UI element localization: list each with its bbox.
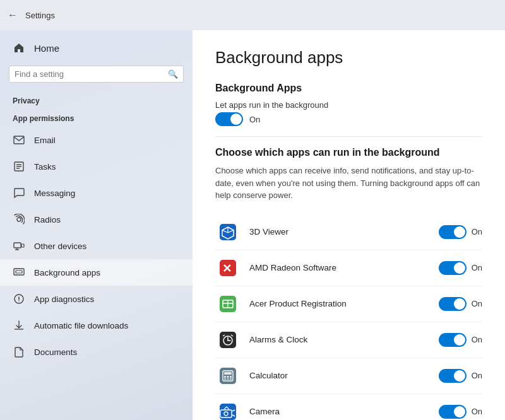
radios-icon: [13, 213, 25, 226]
sidebar-label-other-devices: Other devices: [34, 242, 86, 251]
svg-rect-0: [14, 136, 24, 144]
sidebar-item-other-devices[interactable]: Other devices: [0, 233, 193, 259]
sidebar-item-automatic-file-downloads[interactable]: Automatic file downloads: [0, 312, 193, 339]
app-toggle-label-acer: On: [472, 299, 482, 308]
app-icon-acer: [215, 291, 241, 317]
sidebar-item-app-diagnostics[interactable]: App diagnostics: [0, 286, 193, 312]
main-toggle-label: On: [249, 115, 260, 124]
divider-1: [215, 136, 482, 137]
svg-rect-36: [224, 376, 226, 378]
app-toggle-acer[interactable]: [439, 297, 466, 311]
sidebar: Home 🔍 Privacy App permissions Email Tas…: [0, 30, 193, 420]
sidebar-item-home[interactable]: Home: [0, 30, 193, 66]
main-toggle[interactable]: [215, 112, 243, 126]
app-toggle-label-calculator: On: [472, 371, 482, 380]
svg-rect-37: [227, 376, 229, 378]
app-toggle-camera[interactable]: [439, 405, 466, 419]
app-toggle-area-calculator: On: [439, 369, 482, 383]
app-icon-calculator: [215, 363, 241, 388]
app-icon-alarms: [215, 327, 241, 353]
svg-rect-40: [227, 378, 229, 380]
app-icon-3dviewer: [215, 219, 241, 245]
app-toggle-area-amd: On: [439, 261, 482, 275]
sidebar-label-messaging: Messaging: [34, 189, 75, 198]
app-icon-camera: [215, 399, 241, 421]
other-devices-icon: [13, 240, 25, 252]
app-name-3dviewer: 3D Viewer: [249, 227, 439, 236]
svg-point-14: [18, 300, 20, 301]
sidebar-label-tasks: Tasks: [34, 162, 56, 172]
app-row-alarms: Alarms & Clock On: [215, 322, 482, 358]
top-bar: ← Settings: [0, 0, 505, 30]
app-diagnostics-icon: [13, 293, 25, 305]
svg-rect-7: [21, 244, 24, 247]
app-toggle-area-3dviewer: On: [439, 225, 482, 239]
automatic-file-downloads-icon: [13, 319, 25, 332]
search-input[interactable]: [15, 69, 164, 79]
app-row-amd: ✕ AMD Radeon Software On: [215, 250, 482, 286]
app-name-amd: AMD Radeon Software: [249, 263, 439, 272]
app-name-acer: Acer Product Registration: [249, 299, 439, 308]
app-name-camera: Camera: [249, 407, 439, 416]
privacy-label: Privacy: [0, 91, 193, 109]
sidebar-label-radios: Radios: [34, 215, 61, 225]
back-button[interactable]: ←: [8, 9, 18, 21]
sidebar-label-documents: Documents: [34, 347, 77, 357]
app-toggle-area-camera: On: [439, 405, 482, 419]
app-name-calculator: Calculator: [249, 371, 439, 380]
svg-rect-35: [224, 372, 232, 375]
main-toggle-row: On: [215, 112, 482, 126]
app-toggle-amd[interactable]: [439, 261, 466, 275]
svg-rect-6: [14, 243, 21, 248]
tasks-icon: [13, 160, 25, 173]
app-permissions-label: App permissions: [0, 109, 193, 127]
content-area: Background apps Background Apps Let apps…: [193, 30, 505, 420]
svg-rect-11: [16, 271, 22, 273]
app-toggle-area-acer: On: [439, 297, 482, 311]
svg-rect-41: [230, 378, 232, 380]
main-layout: Home 🔍 Privacy App permissions Email Tas…: [0, 30, 505, 420]
search-icon: 🔍: [168, 69, 178, 79]
app-toggle-calculator[interactable]: [439, 369, 466, 383]
sidebar-item-background-apps[interactable]: Background apps: [0, 259, 193, 286]
sidebar-label-automatic-file-downloads: Automatic file downloads: [34, 321, 128, 330]
svg-rect-39: [224, 378, 226, 380]
svg-point-5: [17, 218, 21, 221]
sidebar-label-background-apps: Background apps: [34, 268, 100, 277]
app-toggle-label-camera: On: [472, 407, 482, 416]
sidebar-item-radios[interactable]: Radios: [0, 206, 193, 233]
sidebar-label-app-diagnostics: App diagnostics: [34, 295, 94, 304]
sidebar-item-documents[interactable]: Documents: [0, 339, 193, 365]
sidebar-item-tasks[interactable]: Tasks: [0, 153, 193, 180]
app-row-calculator: Calculator On: [215, 358, 482, 394]
sidebar-item-messaging[interactable]: Messaging: [0, 180, 193, 206]
app-name-alarms: Alarms & Clock: [249, 335, 439, 344]
app-row-acer: Acer Product Registration On: [215, 286, 482, 322]
svg-text:✕: ✕: [222, 262, 232, 275]
app-toggle-label-amd: On: [472, 263, 482, 272]
svg-rect-38: [230, 376, 232, 378]
app-icon-amd: ✕: [215, 255, 241, 281]
home-icon: [13, 42, 25, 54]
app-row-camera: Camera On: [215, 394, 482, 421]
app-row-3dviewer: 3D Viewer On: [215, 214, 482, 250]
messaging-icon: [13, 187, 25, 199]
documents-icon: [13, 346, 25, 358]
app-list: 3D Viewer On ✕ AMD Radeon Software On Ac…: [215, 214, 482, 421]
email-icon: [13, 134, 25, 146]
choose-section-heading: Choose which apps can run in the backgro…: [215, 147, 482, 158]
choose-desc: Choose which apps can receive info, send…: [215, 165, 482, 202]
sidebar-item-email[interactable]: Email: [0, 127, 193, 153]
let-apps-label: Let apps run in the background: [215, 100, 482, 110]
sidebar-label-email: Email: [34, 136, 56, 145]
page-title: Background apps: [215, 48, 482, 67]
app-toggle-label-3dviewer: On: [472, 227, 482, 236]
app-toggle-label-alarms: On: [472, 335, 482, 344]
background-apps-icon: [13, 266, 25, 279]
app-toggle-area-alarms: On: [439, 333, 482, 347]
app-toggle-alarms[interactable]: [439, 333, 466, 347]
home-label: Home: [34, 43, 59, 54]
search-box[interactable]: 🔍: [9, 66, 184, 83]
window-title: Settings: [25, 11, 55, 20]
app-toggle-3dviewer[interactable]: [439, 225, 466, 239]
